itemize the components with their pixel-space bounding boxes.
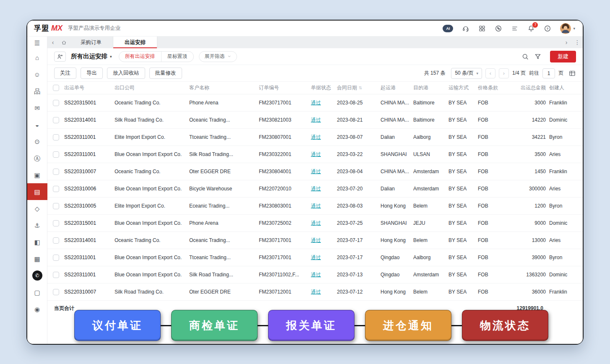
doc-status-cell[interactable]: 通过 (311, 168, 337, 175)
sidebar-item-home[interactable]: ⌂ (27, 49, 47, 66)
column-header-departure-port[interactable]: 起运港 (381, 84, 413, 91)
column-header-creator[interactable]: 创建人 (549, 84, 576, 91)
tab-home-icon[interactable] (58, 36, 69, 48)
column-header-price-term[interactable]: 价格条款 (478, 84, 505, 91)
table-row[interactable]: SS220310007Oceanic Trading Co.Oter EGGER… (47, 163, 583, 180)
table-row[interactable]: SS220311001Blue Ocean Import Export Co.S… (47, 146, 583, 163)
new-button[interactable]: 新建 (550, 51, 576, 62)
export-button[interactable]: 导出 (81, 68, 103, 79)
next-page-button[interactable]: › (499, 68, 509, 78)
row-checkbox[interactable] (53, 100, 59, 106)
view-selector[interactable]: 所有出运安排 ▾ (71, 52, 112, 60)
doc-status-cell[interactable]: 通过 (311, 185, 337, 192)
table-row[interactable]: SS220310005Elite Import Export Co.Eceani… (47, 198, 583, 215)
doc-status-cell[interactable]: 通过 (311, 271, 337, 278)
row-checkbox[interactable] (53, 203, 59, 209)
table-row[interactable]: SS220315001Oceanic Trading Co.Phone Aren… (47, 94, 583, 112)
row-checkbox[interactable] (53, 151, 59, 158)
column-header-contract-date[interactable]: 合同日期⇅ (337, 84, 381, 91)
sidebar-item-products[interactable]: ▣ (27, 166, 47, 183)
tab-purchase-orders[interactable]: 采购订单 (69, 36, 113, 48)
doc-status-cell[interactable]: 通过 (311, 289, 337, 296)
expand-filter-button[interactable]: 展开筛选 (199, 51, 237, 62)
sidebar-item-collapse-menu[interactable]: ☰ (27, 36, 47, 49)
flow-button-warehouse-notice[interactable]: 进仓通知 (365, 310, 451, 341)
table-row[interactable]: SS220310007Silk Road Trading Co.Oter EGG… (47, 283, 583, 301)
table-row[interactable]: SS220311001Blue Ocean Import Export Co.S… (47, 266, 583, 283)
table-row[interactable]: SS220311001Elite Import Export Co.Ttcean… (47, 129, 583, 146)
tab-more-icon[interactable]: ⋮ (572, 36, 583, 48)
ai-assistant-button[interactable]: AI (443, 25, 453, 32)
sidebar-item-orders[interactable]: ◒ (27, 116, 47, 133)
sidebar-item-contacts[interactable]: ☺ (27, 66, 47, 83)
sidebar-item-devices[interactable]: ▢ (27, 284, 47, 301)
sidebar-item-whatsapp[interactable]: ✆ (27, 267, 47, 284)
task-list-icon[interactable] (511, 25, 519, 32)
table-row[interactable]: SS220310006Blue Ocean Import Export Co.B… (47, 180, 583, 198)
column-header-destination-port[interactable]: 目的港 (413, 84, 448, 91)
doc-status-cell[interactable]: 通过 (311, 117, 337, 124)
sidebar-item-workspace[interactable]: ◧ (27, 234, 47, 250)
sidebar-item-mail[interactable]: ✉ (27, 99, 47, 116)
row-checkbox[interactable] (53, 237, 59, 244)
sidebar-item-shipping-docs[interactable]: ▤ (27, 183, 47, 200)
row-checkbox[interactable] (53, 220, 59, 226)
row-checkbox[interactable] (53, 117, 59, 123)
sidebar-item-organization[interactable]: 品 (27, 83, 47, 99)
column-header-customer-name[interactable]: 客户名称 (189, 84, 259, 91)
help-icon[interactable]: ? (544, 25, 551, 32)
flow-button-customs-docs[interactable]: 报关单证 (268, 310, 355, 341)
table-row[interactable]: SS220315001Blue Ocean Import Export Co.P… (47, 215, 583, 232)
flow-button-inspection-docs[interactable]: 商检单证 (171, 310, 258, 341)
notifications-bell-icon[interactable]: 7 (527, 25, 535, 32)
tab-shipping-arrangement[interactable]: 出运安排 (113, 36, 157, 48)
doc-status-cell[interactable]: 通过 (311, 254, 337, 261)
row-checkbox[interactable] (53, 169, 59, 175)
view-switch-button[interactable] (54, 52, 66, 62)
column-header-total-amount[interactable]: 出运总金额 (505, 84, 549, 91)
doc-status-cell[interactable]: 通过 (311, 237, 337, 244)
table-row[interactable]: SS220314001Silk Road Trading Co.Oceanic … (47, 112, 583, 129)
column-header-doc-status[interactable]: 单据状态 (311, 84, 337, 91)
headset-support-icon[interactable] (462, 25, 469, 32)
user-avatar[interactable]: ▾ (560, 23, 575, 34)
column-settings-icon[interactable] (568, 70, 576, 77)
flow-button-logistics-status[interactable]: 物流状态 (462, 310, 548, 341)
doc-status-cell[interactable]: 通过 (311, 151, 337, 158)
column-header-order-no[interactable]: 订单编号 (259, 84, 311, 91)
prev-page-button[interactable]: ‹ (485, 68, 495, 78)
page-size-select[interactable]: 50 条/页 ▾ (451, 68, 482, 79)
doc-status-cell[interactable]: 通过 (311, 220, 337, 227)
table-row[interactable]: SS220314001Oceanic Trading Co.Oceanic Tr… (47, 232, 583, 249)
doc-status-cell[interactable]: 通过 (311, 134, 337, 141)
doc-status-cell[interactable]: 通过 (311, 99, 337, 107)
flow-button-negotiation-docs[interactable]: 议付单证 (74, 310, 161, 341)
row-checkbox[interactable] (53, 186, 59, 192)
tab-forward-icon[interactable]: › (561, 36, 572, 48)
select-all-checkbox[interactable] (53, 85, 59, 91)
tab-back-icon[interactable]: ‹ (47, 36, 58, 48)
row-checkbox[interactable] (53, 134, 59, 140)
sidebar-item-compass[interactable]: ⊙ (27, 133, 47, 150)
filter-funnel-icon[interactable] (534, 53, 542, 60)
sidebar-item-reports[interactable]: ▦ (27, 250, 47, 267)
segment-all-shipments[interactable]: 所有出运安排 (119, 52, 161, 62)
column-header-transport-mode[interactable]: 运输方式 (448, 84, 478, 91)
sidebar-item-more[interactable]: ◉ (27, 301, 47, 317)
table-row[interactable]: SS220311001Blue Ocean Import Export Co.T… (47, 249, 583, 266)
segment-star-pinned[interactable]: 星标置顶 (161, 52, 193, 62)
row-checkbox[interactable] (53, 255, 59, 261)
row-checkbox[interactable] (53, 272, 59, 278)
column-header-export-company[interactable]: 出口公司 (115, 84, 189, 91)
doc-status-cell[interactable]: 通过 (311, 203, 337, 210)
sort-icon[interactable]: ⇅ (359, 86, 362, 90)
goto-page-input[interactable] (542, 68, 555, 78)
apps-grid-icon[interactable] (478, 25, 486, 32)
sidebar-item-packages[interactable]: ◇ (27, 200, 47, 217)
batch-edit-button[interactable]: 批量修改 (149, 68, 182, 79)
follow-button[interactable]: 关注 (54, 68, 76, 79)
whatsapp-chat-icon[interactable] (495, 25, 502, 32)
sidebar-item-marketing[interactable]: Ⓐ (27, 150, 47, 166)
row-checkbox[interactable] (53, 289, 59, 295)
sidebar-item-logistics[interactable]: ⚓ (27, 217, 47, 234)
